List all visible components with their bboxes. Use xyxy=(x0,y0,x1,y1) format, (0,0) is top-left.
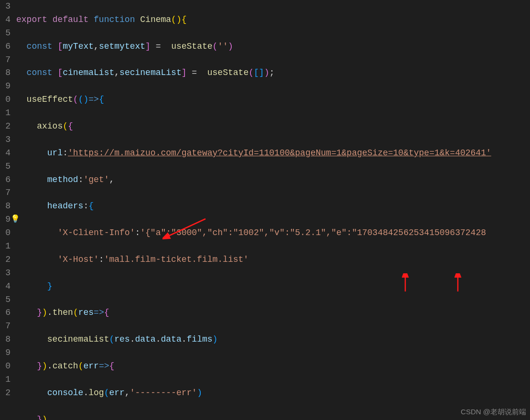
lightbulb-icon[interactable]: 💡 xyxy=(11,214,20,226)
code-line[interactable]: url:'https://m.maizuo.com/gateway?cityId… xyxy=(16,147,530,160)
code-line[interactable]: useEffect(()=>{ xyxy=(16,93,530,107)
line-number-gutter: 345678901234567890123456789012 xyxy=(0,0,14,420)
code-line[interactable]: 'X-Client-Info':'{"a":"3000","ch":"1002"… xyxy=(16,226,530,240)
code-line[interactable]: method:'get', xyxy=(16,173,530,187)
code-line[interactable]: axios({ xyxy=(16,120,530,133)
code-line[interactable]: }).catch(err=>{ xyxy=(16,360,530,373)
code-line[interactable]: } xyxy=(16,280,530,293)
code-line[interactable]: 'X-Host':'mall.film-ticket.film.list' xyxy=(16,253,530,267)
code-line[interactable]: const [cinemaList,secinemaList] = useSta… xyxy=(16,66,530,80)
code-line[interactable]: const [myText,setmytext] = useState('') xyxy=(16,40,530,54)
code-area[interactable]: export default function Cinema(){ const … xyxy=(14,0,530,420)
code-line[interactable]: }).then(res=>{ xyxy=(16,306,530,320)
code-line[interactable]: console.log(err,'--------err') xyxy=(16,387,530,400)
code-line[interactable]: }) xyxy=(16,413,530,420)
code-line[interactable]: headers:{ xyxy=(16,200,530,213)
code-editor[interactable]: 345678901234567890123456789012 export de… xyxy=(0,0,530,420)
code-line[interactable]: export default function Cinema(){ xyxy=(16,13,530,27)
watermark: CSDN @老胡说前端 xyxy=(461,406,526,417)
code-line[interactable]: secinemaList(res.data.data.films) xyxy=(16,333,530,346)
